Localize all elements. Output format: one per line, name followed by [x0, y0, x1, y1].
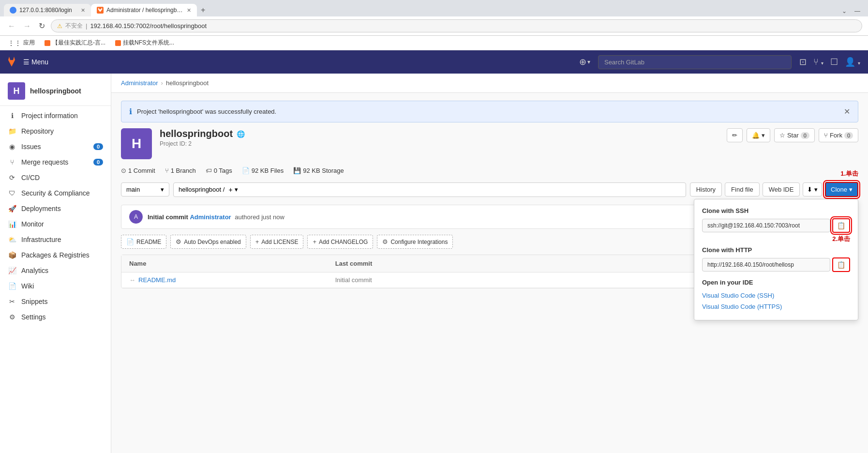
- menu-button[interactable]: ☰ Menu: [23, 58, 48, 66]
- stat-tags[interactable]: 🏷 0 Tags: [206, 167, 232, 174]
- cicd-icon: ⟳: [8, 174, 16, 181]
- commit-title: Initial commit: [148, 213, 188, 221]
- clone-button[interactable]: Clone ▾: [825, 182, 858, 197]
- clone-http-title: Clone with HTTP: [702, 246, 850, 254]
- add-changelog-button[interactable]: + Add CHANGELOG: [307, 235, 373, 249]
- deployments-icon: 🚀: [8, 205, 16, 212]
- minimize-button[interactable]: —: [851, 6, 864, 16]
- stat-branches[interactable]: ⑂ 1 Branch: [165, 167, 196, 174]
- branch-select[interactable]: main ▾: [121, 182, 169, 196]
- star-button[interactable]: ☆ Star 0: [774, 128, 815, 142]
- commits-button[interactable]: ⊡: [797, 55, 808, 69]
- tab-close-2[interactable]: ✕: [187, 7, 191, 14]
- sidebar-item-packages-registries[interactable]: 📦 Packages & Registries: [0, 247, 111, 263]
- breadcrumb-current: hellospringboot: [166, 79, 209, 87]
- bookmark-1[interactable]: 【最佳实践汇总-言...: [43, 38, 107, 48]
- path-breadcrumb: hellospringboot / + ▾: [173, 182, 686, 197]
- find-file-button[interactable]: Find file: [725, 182, 760, 196]
- sidebar-item-analytics[interactable]: 📈 Analytics: [0, 263, 111, 278]
- add-file-button[interactable]: +: [228, 186, 232, 194]
- branch-label: main: [126, 186, 140, 193]
- tags-stat-icon: 🏷: [206, 167, 212, 174]
- sidebar-label-merge-requests: Merge requests: [21, 158, 89, 166]
- autodevops-button[interactable]: ⚙ Auto DevOps enabled: [170, 235, 246, 249]
- gitlab-logo[interactable]: [6, 56, 17, 68]
- sidebar-item-repository[interactable]: 📁 Repository: [0, 123, 111, 139]
- clone-ide-vscode-https[interactable]: Visual Studio Code (HTTPS): [702, 301, 850, 312]
- commit-author-name[interactable]: Administrator: [190, 213, 231, 221]
- sidebar-item-wiki[interactable]: 📄 Wiki: [0, 278, 111, 294]
- stat-branches-label: 1 Branch: [171, 167, 196, 174]
- clone-ssh-copy-button[interactable]: 📋: [832, 218, 850, 233]
- security-compliance-icon: 🛡: [8, 189, 16, 197]
- repo-actions: History Find file Web IDE ⬇ ▾ Clone ▾ 1.…: [690, 182, 858, 197]
- merge-requests-button[interactable]: ⑂ ▾: [811, 55, 825, 69]
- sidebar-item-deployments[interactable]: 🚀 Deployments: [0, 201, 111, 216]
- fork-button[interactable]: ⑂ Fork 0: [819, 128, 858, 142]
- alert-info-icon: ℹ: [129, 107, 132, 116]
- clone-ssh-url[interactable]: ssh://git@192.168.40.150:7003/root: [702, 219, 830, 232]
- alert-close-button[interactable]: ✕: [844, 107, 850, 116]
- configure-label: Configure Integrations: [390, 239, 448, 245]
- sidebar-label-snippets: Snippets: [21, 298, 103, 305]
- browser-chrome: 127.0.0.1:8080/login ✕ Administrator / h…: [0, 0, 868, 50]
- annotation-1: 1.单击: [840, 169, 858, 178]
- create-button[interactable]: ⊕ ▾: [577, 55, 592, 69]
- sidebar-item-project-info[interactable]: ℹ Project information: [0, 108, 111, 123]
- back-button[interactable]: ←: [6, 21, 17, 31]
- new-tab-button[interactable]: +: [197, 4, 209, 16]
- add-changelog-icon: +: [313, 238, 316, 245]
- security-icon: ⚠: [57, 23, 62, 30]
- breadcrumb-parent[interactable]: Administrator: [121, 79, 158, 87]
- notifications-button[interactable]: 🔔 ▾: [747, 128, 770, 142]
- sidebar-label-project-info: Project information: [21, 112, 103, 120]
- configure-integrations-button[interactable]: ⚙ Configure Integrations: [377, 235, 453, 249]
- stat-commits[interactable]: ⊙ 1 Commit: [121, 167, 155, 174]
- forward-button[interactable]: →: [21, 21, 33, 31]
- info-icon: ℹ: [8, 112, 16, 120]
- clone-http-url[interactable]: http://192.168.40.150/root/hellosp: [702, 258, 830, 272]
- branch-dropdown-icon: ▾: [161, 186, 164, 193]
- sidebar-label-security-compliance: Security & Compliance: [21, 189, 103, 197]
- tab-close-1[interactable]: ✕: [81, 7, 85, 14]
- sidebar-label-issues: Issues: [21, 143, 89, 151]
- star-icon: ☆: [779, 132, 785, 139]
- settings-icon: ⚙: [8, 313, 16, 321]
- file-name-col[interactable]: ↔ README.md: [129, 276, 335, 284]
- sidebar-item-infrastructure[interactable]: ⛅ Infrastructure: [0, 232, 111, 247]
- search-input[interactable]: [598, 55, 792, 69]
- edit-button[interactable]: ✏: [727, 128, 743, 142]
- user-menu-button[interactable]: 👤 ▾: [843, 55, 862, 69]
- sidebar-item-cicd[interactable]: ⟳ CI/CD: [0, 170, 111, 185]
- monitor-icon: 📊: [8, 220, 16, 228]
- bookmark-2[interactable]: 挂载NFS文件系统...: [113, 38, 176, 48]
- svg-rect-0: [45, 40, 50, 46]
- address-bar[interactable]: ⚠ 不安全 | 192.168.40.150:7002/root/hellosp…: [51, 19, 862, 32]
- history-button[interactable]: History: [690, 182, 722, 196]
- hamburger-icon: ☰: [23, 58, 30, 66]
- sidebar-item-settings[interactable]: ⚙ Settings: [0, 309, 111, 325]
- sidebar-label-deployments: Deployments: [21, 205, 103, 212]
- breadcrumb-sep: ›: [161, 79, 163, 87]
- web-ide-button[interactable]: Web IDE: [763, 182, 800, 196]
- browser-tab-1[interactable]: 127.0.0.1:8080/login ✕: [4, 4, 91, 16]
- sidebar-item-issues[interactable]: ◉ Issues 0: [0, 139, 111, 154]
- clone-http-copy-button[interactable]: 📋: [832, 257, 850, 272]
- readme-button[interactable]: 📄 README: [121, 235, 166, 249]
- sidebar-item-merge-requests[interactable]: ⑂ Merge requests 0: [0, 154, 111, 170]
- bookmark-apps[interactable]: ⋮⋮ 应用: [6, 38, 37, 48]
- download-button[interactable]: ⬇ ▾: [803, 182, 822, 196]
- svg-rect-1: [115, 40, 121, 46]
- col-commit-header: Last commit: [335, 260, 644, 267]
- stats-bar: ⊙ 1 Commit ⑂ 1 Branch 🏷 0 Tags 📄 92 KB F…: [121, 167, 858, 174]
- browser-tab-2[interactable]: Administrator / hellospringbo... ✕: [91, 4, 197, 16]
- repository-icon: 📁: [8, 127, 16, 135]
- sidebar-item-security-compliance[interactable]: 🛡 Security & Compliance: [0, 185, 111, 201]
- todos-button[interactable]: ☐: [828, 55, 840, 69]
- tab-list-button[interactable]: ⌄: [838, 6, 851, 16]
- add-license-button[interactable]: + Add LICENSE: [250, 235, 304, 249]
- refresh-button[interactable]: ↻: [37, 20, 47, 31]
- sidebar-item-snippets[interactable]: ✂ Snippets: [0, 294, 111, 309]
- sidebar-item-monitor[interactable]: 📊 Monitor: [0, 216, 111, 232]
- clone-ide-vscode-ssh[interactable]: Visual Studio Code (SSH): [702, 290, 850, 301]
